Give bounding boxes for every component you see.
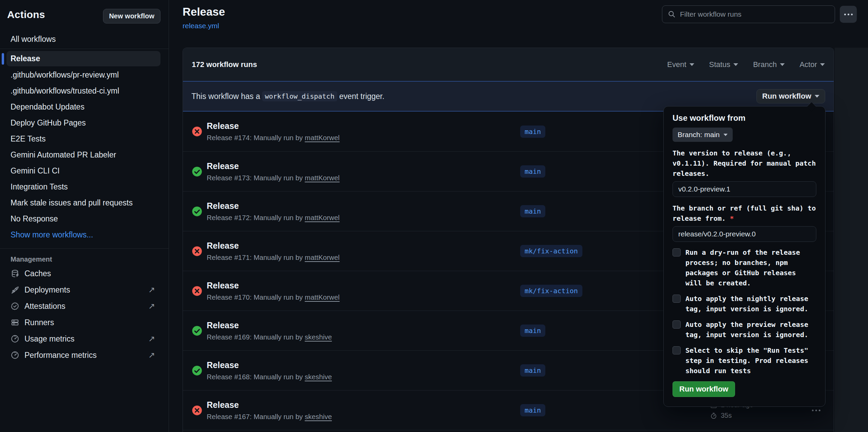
branch-badge[interactable]: main xyxy=(520,404,545,416)
chevron-down-icon xyxy=(733,63,738,66)
actions-page: Actions New workflow All workflows Relea… xyxy=(0,0,868,432)
page-gutter xyxy=(835,48,868,432)
sidebar-title: Actions xyxy=(7,9,45,20)
run-title-link[interactable]: Release xyxy=(207,281,340,290)
management-heading: Management xyxy=(0,255,169,263)
run-description: Release #172: Manually run by mattKorwel xyxy=(207,214,340,222)
checkbox[interactable] xyxy=(673,320,681,329)
run-title-link[interactable]: Release xyxy=(207,201,340,211)
sidebar-workflow-item[interactable]: Gemini Automated PR Labeler xyxy=(0,147,169,163)
run-workflow-submit-button[interactable]: Run workflow xyxy=(673,381,735,397)
checkbox[interactable] xyxy=(673,346,681,354)
sidebar-workflow-item[interactable]: Deploy GitHub Pages xyxy=(0,115,169,131)
runs-filter-branch[interactable]: Branch xyxy=(753,60,785,69)
sidebar-management-item[interactable]: Caches xyxy=(0,265,169,282)
success-icon xyxy=(192,206,202,217)
sidebar-item-all-workflows[interactable]: All workflows xyxy=(0,32,169,46)
run-title-link[interactable]: Release xyxy=(207,360,332,370)
popover-checkbox-group: Auto apply the nightly release tag, inpu… xyxy=(673,294,816,314)
run-description: Release #167: Manually run by skeshive xyxy=(207,413,332,421)
run-title-link[interactable]: Release xyxy=(207,320,332,330)
sidebar-workflow-item[interactable]: .github/workflows/trusted-ci.yml xyxy=(0,83,169,99)
runs-filters: Event Status Branch Actor xyxy=(667,60,825,69)
sidebar-workflow-item[interactable]: Mark stale issues and pull requests xyxy=(0,195,169,211)
runs-filter-event[interactable]: Event xyxy=(667,60,694,69)
run-actor-link[interactable]: mattKorwel xyxy=(305,214,340,221)
rocket-icon xyxy=(11,285,19,294)
sidebar-workflow-item[interactable]: Dependabot Updates xyxy=(0,99,169,115)
run-title-link[interactable]: Release xyxy=(207,161,340,171)
success-icon xyxy=(192,365,202,376)
run-options-kebab-button[interactable] xyxy=(807,410,825,411)
run-description: Release #168: Manually run by skeshive xyxy=(207,373,332,381)
run-actor-link[interactable]: mattKorwel xyxy=(305,253,340,261)
popover-heading: Use workflow from xyxy=(673,113,816,123)
external-link-icon: ↗ xyxy=(148,285,155,295)
workflow-options-kebab-button[interactable] xyxy=(840,6,857,23)
sidebar-workflow-item[interactable]: .github/workflows/pr-review.yml xyxy=(0,67,169,83)
external-link-icon: ↗ xyxy=(148,350,155,360)
sidebar-management-item[interactable]: Performance metrics ↗ xyxy=(0,347,169,363)
run-actor-link[interactable]: mattKorwel xyxy=(305,293,340,301)
chevron-down-icon xyxy=(815,95,819,98)
sidebar-workflow-item[interactable]: Gemini CLI CI xyxy=(0,163,169,179)
sidebar-management-item[interactable]: Deployments ↗ xyxy=(0,282,169,298)
page-header: Release release.yml xyxy=(183,0,857,33)
required-asterisk: * xyxy=(730,214,734,222)
run-actor-link[interactable]: mattKorwel xyxy=(305,174,340,182)
meter-icon xyxy=(11,334,19,343)
sidebar-management-item[interactable]: Runners xyxy=(0,314,169,331)
run-title-link[interactable]: Release xyxy=(207,241,340,251)
run-workflow-dropdown-button[interactable]: Run workflow xyxy=(756,89,825,103)
version-input[interactable] xyxy=(673,181,816,197)
sidebar-workflow-item[interactable]: Release xyxy=(6,51,160,66)
sidebar-divider xyxy=(0,248,169,249)
branch-badge[interactable]: mk/fix-action xyxy=(520,245,582,257)
run-actor-link[interactable]: mattKorwel xyxy=(305,134,340,142)
sidebar-management-item[interactable]: Usage metrics ↗ xyxy=(0,331,169,347)
run-actor-link[interactable]: skeshive xyxy=(305,333,332,341)
failure-icon xyxy=(192,405,202,416)
banner-text-prefix: This workflow has a xyxy=(191,92,260,101)
branch-badge[interactable]: main xyxy=(520,205,545,217)
banner-code: workflow_dispatch xyxy=(262,91,337,101)
branch-badge[interactable]: main xyxy=(520,364,545,377)
checkbox[interactable] xyxy=(673,295,681,303)
branch-badge[interactable]: main xyxy=(520,325,545,337)
failure-icon xyxy=(192,286,202,296)
sidebar-workflow-item[interactable]: Integration Tests xyxy=(0,179,169,195)
server-icon xyxy=(11,318,19,327)
runs-panel-header: 172 workflow runs Event Status Branch Ac… xyxy=(183,48,834,81)
run-title-link[interactable]: Release xyxy=(207,400,332,410)
branch-select-button[interactable]: Branch: main xyxy=(673,128,733,142)
run-actor-link[interactable]: skeshive xyxy=(305,413,332,420)
run-title-link[interactable]: Release xyxy=(207,121,340,131)
sidebar-workflow-item[interactable]: E2E Tests xyxy=(0,131,169,147)
run-actor-link[interactable]: skeshive xyxy=(305,373,332,381)
meter-icon xyxy=(11,351,19,360)
show-more-workflows-link[interactable]: Show more workflows... xyxy=(0,227,169,243)
branch-badge[interactable]: main xyxy=(520,165,545,178)
sidebar: Actions New workflow All workflows Relea… xyxy=(0,0,169,432)
workflow-file-link[interactable]: release.yml xyxy=(183,22,219,30)
external-link-icon: ↗ xyxy=(148,301,155,311)
failure-icon xyxy=(192,246,202,256)
ref-field-label: The branch or ref (full git sha) to rele… xyxy=(673,203,816,223)
branch-badge[interactable]: mk/fix-action xyxy=(520,285,582,297)
checkbox[interactable] xyxy=(673,248,681,256)
chevron-down-icon xyxy=(820,63,825,66)
branch-badge[interactable]: main xyxy=(520,126,545,138)
new-workflow-button[interactable]: New workflow xyxy=(103,9,160,23)
management-list: Caches Deployments ↗ Attestations ↗ Runn… xyxy=(0,265,169,363)
filter-workflow-runs-input[interactable] xyxy=(680,10,829,18)
popover-checkbox-list: Run a dry-run of the release process; no… xyxy=(673,247,816,376)
ref-input[interactable] xyxy=(673,226,816,242)
workflow-list: Release.github/workflows/pr-review.yml.g… xyxy=(0,51,169,227)
runs-filter-actor[interactable]: Actor xyxy=(800,60,825,69)
sidebar-workflow-item[interactable]: No Response xyxy=(0,211,169,227)
chevron-down-icon xyxy=(724,134,728,136)
success-icon xyxy=(192,166,202,177)
sidebar-management-item[interactable]: Attestations ↗ xyxy=(0,298,169,314)
runs-filter-status[interactable]: Status xyxy=(709,60,738,69)
version-field-label: The version to release (e.g., v0.1.11). … xyxy=(673,148,816,179)
